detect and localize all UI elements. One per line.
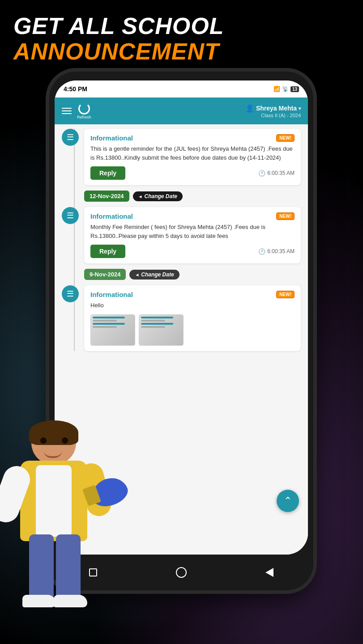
clock-icon-1: 🕐 (258, 170, 265, 177)
message-card-3: Informational NEW! Hello (84, 285, 301, 351)
card-footer-1: Reply 🕐 6:00:35 AM (90, 166, 295, 180)
refresh-icon (78, 103, 90, 114)
nav-back-button[interactable] (263, 566, 276, 579)
nav-home-button[interactable] (175, 566, 188, 579)
class-label: Class II (A) - 2024 (245, 113, 301, 118)
headline-line2: ANNOUNCEMENT (13, 39, 350, 64)
timeline: ☰ Informational NEW! This is a gentle re… (55, 129, 308, 351)
status-bar: 4:50 PM 📶 📡 13 (55, 80, 308, 97)
clock-icon-2: 🕐 (258, 248, 265, 255)
signal-icon: 📶 (273, 86, 280, 92)
refresh-button[interactable]: Refresh (77, 103, 91, 119)
wifi-icon: 📡 (282, 86, 289, 92)
date-separator-1: 12-Nov-2024 Change Date (84, 191, 301, 202)
card-body-3: Hello (90, 301, 295, 310)
battery-icon: 13 (290, 86, 299, 92)
header-left: Refresh (62, 103, 91, 119)
date-badge-1[interactable]: 12-Nov-2024 (84, 191, 129, 202)
reply-button-1[interactable]: Reply (90, 166, 125, 180)
message-block-1: ☰ Informational NEW! This is a gentle re… (62, 129, 301, 185)
headline-line1: GET ALL SCHOOL (13, 13, 350, 39)
avatar-icon-1: ☰ (67, 132, 74, 142)
scroll-up-button[interactable]: ⌃ (277, 490, 299, 512)
card-type-2: Informational (90, 212, 133, 220)
card-body-1: This is a gentle reminder for the (JUL f… (90, 144, 295, 162)
thumbnail-1 (90, 314, 135, 346)
user-icon: 👤 (245, 104, 254, 113)
card-type-3: Informational (90, 291, 133, 298)
refresh-label: Refresh (77, 115, 91, 119)
timestamp-2: 🕐 6:00:35 AM (258, 248, 295, 255)
date-badge-2[interactable]: 9-Nov-2024 (84, 269, 126, 280)
change-date-badge-1[interactable]: Change Date (133, 191, 183, 201)
timestamp-text-2: 6:00:35 AM (267, 248, 295, 254)
avatar-icon-2: ☰ (67, 211, 74, 220)
message-card-1: Informational NEW! This is a gentle remi… (84, 129, 301, 185)
user-name-text: Shreya Mehta (256, 105, 297, 112)
card-type-1: Informational (90, 134, 133, 142)
avatar-1: ☰ (62, 129, 79, 146)
scroll-up-icon: ⌃ (284, 495, 292, 507)
change-date-badge-2[interactable]: Change Date (129, 270, 179, 280)
card-footer-2: Reply 🕐 6:00:35 AM (90, 245, 295, 258)
nav-circle-icon (176, 567, 187, 578)
avatar-2: ☰ (62, 207, 79, 224)
thumbnails (90, 314, 295, 346)
user-name[interactable]: 👤 Shreya Mehta ▾ (245, 104, 301, 113)
date-separator-2: 9-Nov-2024 Change Date (84, 269, 301, 280)
headline-section: GET ALL SCHOOL ANNOUNCEMENT (13, 13, 350, 64)
timestamp-1: 🕐 6:00:35 AM (258, 170, 295, 177)
new-badge-2: NEW! (276, 212, 295, 220)
card-header-1: Informational NEW! (90, 134, 295, 142)
header-right: 👤 Shreya Mehta ▾ Class II (A) - 2024 (245, 104, 301, 118)
new-badge-3: NEW! (276, 291, 295, 298)
reply-button-2[interactable]: Reply (90, 245, 125, 258)
avatar-icon-3: ☰ (67, 289, 74, 299)
message-block-3: ☰ Informational NEW! Hello (62, 285, 301, 351)
dropdown-arrow-icon: ▾ (299, 106, 301, 111)
status-time: 4:50 PM (64, 85, 87, 93)
avatar-3: ☰ (62, 285, 79, 302)
card-header-3: Informational NEW! (90, 291, 295, 298)
status-icons: 📶 📡 13 (273, 86, 299, 92)
hamburger-menu[interactable] (62, 108, 72, 114)
nav-triangle-icon (265, 568, 273, 577)
character-figure (0, 420, 116, 644)
thumbnail-2 (139, 314, 184, 346)
card-body-2: Monthly Fee Reminder ( fees) for Shreya … (90, 223, 295, 240)
app-header: Refresh 👤 Shreya Mehta ▾ Class II (A) - … (55, 97, 308, 124)
card-header-2: Informational NEW! (90, 212, 295, 220)
message-card-2: Informational NEW! Monthly Fee Reminder … (84, 207, 301, 263)
message-block-2: ☰ Informational NEW! Monthly Fee Reminde… (62, 207, 301, 263)
timestamp-text-1: 6:00:35 AM (267, 170, 295, 176)
new-badge-1: NEW! (276, 134, 295, 142)
